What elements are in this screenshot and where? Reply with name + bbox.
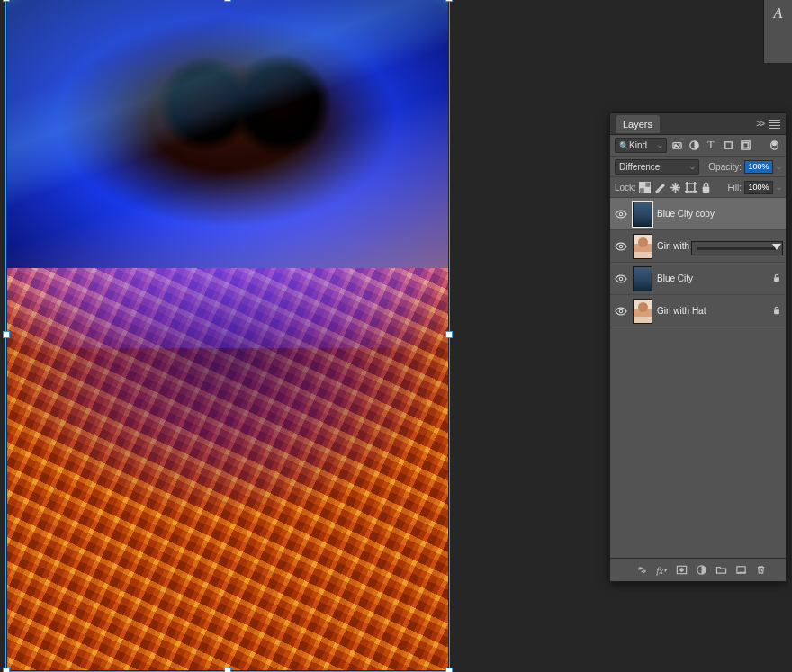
layer-list-empty-area[interactable] (610, 423, 786, 558)
filter-adjustment-icon[interactable] (687, 139, 701, 153)
fill-slider-popup[interactable] (691, 241, 783, 255)
lock-position-icon[interactable] (670, 181, 682, 193)
lock-artboard-icon[interactable] (685, 181, 698, 193)
layer-list: Blue City copyGirl with Hat copyBlue Cit… (610, 198, 786, 423)
filter-toggle-icon[interactable] (767, 139, 781, 153)
layer-effects-icon[interactable]: fx▾ (653, 562, 670, 578)
layer-lock-indicator-icon (771, 306, 782, 317)
collapse-panel-icon[interactable]: >> (756, 119, 763, 129)
layer-filter-kind-select[interactable]: 🔍 Kind ⌵ (615, 138, 667, 153)
svg-rect-19 (774, 309, 779, 314)
visibility-toggle-icon[interactable] (614, 239, 628, 254)
lock-transparency-icon[interactable] (639, 181, 652, 193)
fill-input[interactable]: 100% (744, 181, 773, 194)
new-group-icon[interactable] (713, 562, 729, 578)
layers-panel-header[interactable]: Layers >> (610, 113, 786, 135)
new-layer-icon[interactable] (733, 562, 749, 578)
lock-fill-row: Lock: Fill: 100% ⌵ (610, 177, 786, 198)
layers-panel: Layers >> 🔍 Kind ⌵ T Diff (609, 112, 787, 582)
filter-shape-icon[interactable] (721, 139, 735, 153)
layer-row[interactable]: Blue City copy (610, 198, 786, 230)
fill-label: Fill: (727, 183, 742, 193)
layer-row[interactable]: Girl with Hat (610, 295, 786, 327)
layer-lock-indicator-icon (771, 273, 782, 284)
layer-name-label[interactable]: Girl with Hat (657, 306, 767, 316)
svg-rect-17 (774, 277, 779, 282)
blend-opacity-row: Difference ⌵ Opacity: 100% ⌵ (610, 157, 786, 177)
fill-slider-knob[interactable] (772, 244, 781, 250)
blend-mode-value: Difference (619, 162, 660, 172)
svg-point-21 (680, 568, 684, 572)
visibility-toggle-icon[interactable] (614, 207, 628, 221)
layer-thumbnail[interactable] (633, 202, 652, 227)
opacity-dropdown-icon[interactable]: ⌵ (777, 163, 781, 171)
layer-filter-row: 🔍 Kind ⌵ T (610, 135, 786, 157)
layer-thumbnail[interactable] (633, 266, 652, 291)
add-mask-icon[interactable] (673, 562, 689, 578)
link-layers-icon[interactable] (634, 562, 650, 578)
artwork-portrait-layer (7, 0, 448, 348)
layer-name-label[interactable]: Blue City copy (657, 209, 767, 219)
svg-rect-10 (645, 182, 652, 188)
svg-rect-11 (639, 187, 645, 193)
layers-tab[interactable]: Layers (616, 115, 660, 133)
svg-point-16 (619, 277, 623, 281)
svg-rect-5 (742, 143, 748, 148)
filter-smart-icon[interactable] (738, 139, 752, 153)
lock-pixels-icon[interactable] (654, 181, 667, 193)
blend-mode-select[interactable]: Difference ⌵ (615, 159, 699, 175)
opacity-label: Opacity: (708, 162, 742, 172)
svg-point-14 (619, 212, 623, 216)
right-collapsed-toolbar: A (763, 0, 792, 63)
panel-menu-icon[interactable] (769, 120, 780, 129)
svg-rect-3 (724, 142, 731, 148)
visibility-toggle-icon[interactable] (614, 272, 628, 286)
svg-rect-13 (703, 186, 710, 193)
svg-point-18 (619, 309, 623, 313)
svg-point-15 (619, 245, 623, 248)
filter-type-icon[interactable]: T (704, 139, 718, 153)
fill-slider-track[interactable] (697, 247, 778, 250)
svg-rect-12 (688, 184, 696, 192)
layer-thumbnail[interactable] (633, 234, 652, 259)
layer-thumbnail[interactable] (633, 299, 652, 324)
visibility-toggle-icon[interactable] (614, 304, 628, 318)
filter-pixel-icon[interactable] (670, 139, 684, 153)
lock-all-icon[interactable] (700, 181, 713, 193)
document-canvas[interactable] (7, 0, 448, 670)
layers-panel-footer: fx▾ (610, 558, 786, 581)
lock-label: Lock: (615, 183, 636, 193)
svg-rect-9 (645, 187, 652, 193)
fill-dropdown-icon[interactable]: ⌵ (777, 184, 781, 192)
layer-name-label[interactable]: Blue City (657, 273, 767, 283)
delete-layer-icon[interactable] (752, 562, 769, 578)
layer-filter-kind-label: Kind (629, 140, 647, 150)
svg-point-7 (772, 142, 776, 146)
layer-row[interactable]: Blue City (610, 263, 786, 295)
new-adjustment-layer-icon[interactable] (693, 562, 709, 578)
character-panel-icon[interactable]: A (767, 3, 790, 24)
opacity-input[interactable]: 100% (744, 160, 773, 174)
svg-rect-8 (639, 182, 645, 188)
